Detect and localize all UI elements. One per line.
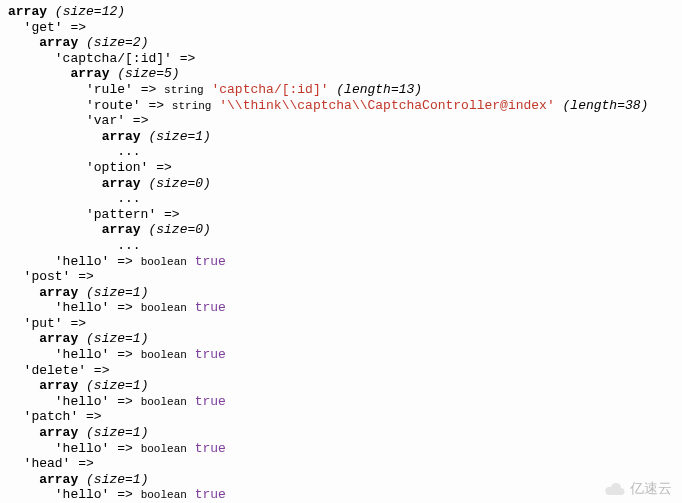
watermark-text: 亿速云: [630, 480, 672, 497]
key-post: 'post': [24, 269, 71, 284]
route-value: '\\think\\captcha\\CaptchaController@ind…: [219, 98, 554, 113]
key-captcha: 'captcha/[:id]': [55, 51, 172, 66]
var-dump-output: array (size=12) 'get' => array (size=2) …: [8, 4, 674, 503]
key-delete: 'delete': [24, 363, 86, 378]
root-size: (size=12): [55, 4, 125, 19]
key-put: 'put': [24, 316, 63, 331]
key-patch: 'patch': [24, 409, 79, 424]
array-keyword: array: [8, 4, 47, 19]
cloud-icon: [604, 482, 626, 496]
key-head: 'head': [24, 456, 71, 471]
rule-value: 'captcha/[:id]': [211, 82, 328, 97]
watermark: 亿速云: [604, 480, 672, 497]
key-get: 'get': [24, 20, 63, 35]
